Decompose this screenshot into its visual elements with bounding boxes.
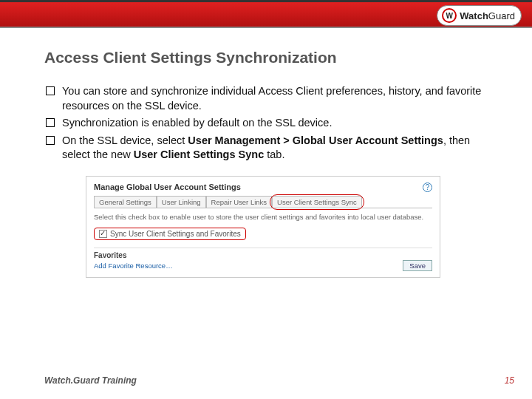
tab-user-linking[interactable]: User Linking: [157, 196, 206, 208]
footer-text: Watch.Guard Training: [44, 375, 137, 386]
tab-general-settings[interactable]: General Settings: [94, 196, 157, 208]
slide-content: Access Client Settings Synchronization Y…: [0, 28, 532, 278]
bullet-item: You can store and synchronize individual…: [44, 84, 488, 113]
header-bar: W WatchGuard: [0, 0, 532, 28]
bullet-item: On the SSL device, select User Managemen…: [44, 134, 488, 163]
bullet-item: Synchronization is enabled by default on…: [44, 116, 488, 131]
checkbox-icon[interactable]: [99, 230, 107, 238]
checkbox-label: Sync User Client Settings and Favorites: [110, 230, 241, 238]
bullet-list: You can store and synchronize individual…: [44, 84, 488, 163]
bullet-text: tab.: [264, 149, 284, 160]
bullet-text: On the SSL device, select: [62, 134, 188, 146]
logo-text-first: Watch: [460, 10, 488, 21]
panel-heading: Manage Global User Account Settings: [94, 183, 432, 191]
brand-logo: W WatchGuard: [437, 5, 522, 26]
bullet-text: You can store and synchronize individual…: [62, 85, 481, 112]
save-button[interactable]: Save: [403, 260, 432, 271]
logo-text: WatchGuard: [460, 10, 515, 21]
bullet-bold: User Management > Global User Account Se…: [188, 134, 443, 146]
logo-text-second: Guard: [488, 10, 515, 21]
bullet-bold: User Client Settings Sync: [134, 149, 264, 160]
logo-mark: W: [442, 8, 457, 23]
sync-checkbox-row[interactable]: Sync User Client Settings and Favorites: [94, 228, 246, 240]
embedded-screenshot: ? Manage Global User Account Settings Ge…: [86, 176, 440, 278]
page-number: 15: [505, 375, 514, 386]
panel-description: Select this check box to enable user to …: [94, 213, 432, 222]
tab-user-client-settings-sync[interactable]: User Client Settings Sync: [272, 196, 362, 208]
add-favorite-link[interactable]: Add Favorite Resource…: [94, 262, 432, 270]
tab-repair-user-links[interactable]: Repair User Links: [206, 196, 273, 208]
bullet-text: Synchronization is enabled by default on…: [62, 117, 332, 129]
favorites-heading: Favorites: [94, 248, 432, 259]
help-icon[interactable]: ?: [423, 183, 432, 192]
tab-strip: General Settings User Linking Repair Use…: [94, 196, 432, 208]
slide-title: Access Client Settings Synchronization: [44, 49, 488, 66]
